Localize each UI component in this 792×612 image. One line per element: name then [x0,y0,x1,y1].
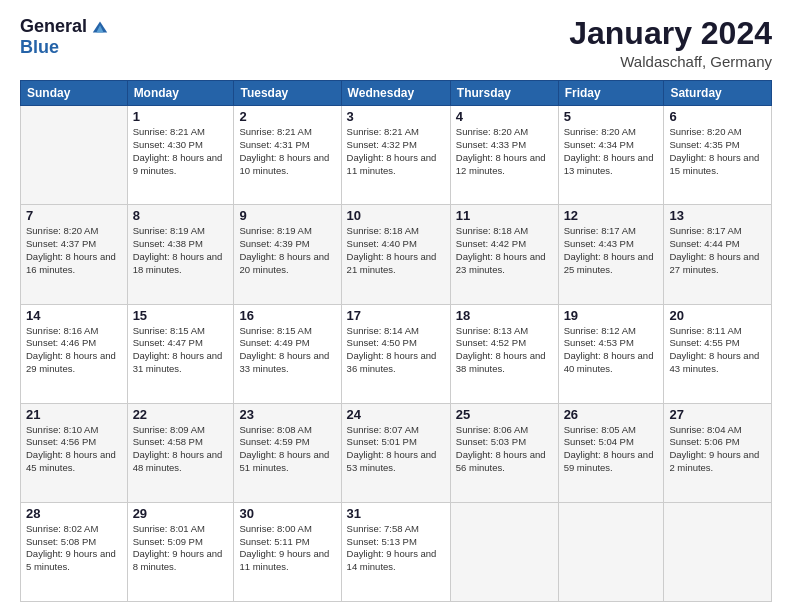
calendar-cell: 10Sunrise: 8:18 AMSunset: 4:40 PMDayligh… [341,205,450,304]
day-number: 13 [669,208,766,223]
day-number: 30 [239,506,335,521]
calendar-cell: 6Sunrise: 8:20 AMSunset: 4:35 PMDaylight… [664,106,772,205]
calendar-cell: 23Sunrise: 8:08 AMSunset: 4:59 PMDayligh… [234,403,341,502]
calendar-cell: 20Sunrise: 8:11 AMSunset: 4:55 PMDayligh… [664,304,772,403]
day-number: 3 [347,109,445,124]
logo-icon [91,18,109,36]
calendar-cell [21,106,128,205]
calendar-cell: 2Sunrise: 8:21 AMSunset: 4:31 PMDaylight… [234,106,341,205]
day-number: 20 [669,308,766,323]
day-info: Sunrise: 8:18 AMSunset: 4:40 PMDaylight:… [347,225,445,276]
day-number: 25 [456,407,553,422]
calendar-cell: 26Sunrise: 8:05 AMSunset: 5:04 PMDayligh… [558,403,664,502]
day-info: Sunrise: 8:00 AMSunset: 5:11 PMDaylight:… [239,523,335,574]
day-info: Sunrise: 8:18 AMSunset: 4:42 PMDaylight:… [456,225,553,276]
week-row-2: 7Sunrise: 8:20 AMSunset: 4:37 PMDaylight… [21,205,772,304]
day-number: 22 [133,407,229,422]
calendar-cell: 12Sunrise: 8:17 AMSunset: 4:43 PMDayligh… [558,205,664,304]
day-number: 8 [133,208,229,223]
page: General Blue January 2024 Waldaschaff, G… [0,0,792,612]
day-number: 12 [564,208,659,223]
calendar-cell [558,502,664,601]
day-number: 17 [347,308,445,323]
day-info: Sunrise: 8:07 AMSunset: 5:01 PMDaylight:… [347,424,445,475]
day-number: 2 [239,109,335,124]
calendar-cell: 5Sunrise: 8:20 AMSunset: 4:34 PMDaylight… [558,106,664,205]
calendar-cell: 29Sunrise: 8:01 AMSunset: 5:09 PMDayligh… [127,502,234,601]
col-sunday: Sunday [21,81,128,106]
day-info: Sunrise: 8:15 AMSunset: 4:47 PMDaylight:… [133,325,229,376]
day-number: 21 [26,407,122,422]
month-title: January 2024 [569,16,772,51]
day-info: Sunrise: 8:04 AMSunset: 5:06 PMDaylight:… [669,424,766,475]
day-number: 6 [669,109,766,124]
location-subtitle: Waldaschaff, Germany [569,53,772,70]
day-number: 7 [26,208,122,223]
day-info: Sunrise: 8:13 AMSunset: 4:52 PMDaylight:… [456,325,553,376]
day-number: 10 [347,208,445,223]
day-number: 4 [456,109,553,124]
calendar-cell: 4Sunrise: 8:20 AMSunset: 4:33 PMDaylight… [450,106,558,205]
day-info: Sunrise: 8:17 AMSunset: 4:44 PMDaylight:… [669,225,766,276]
day-info: Sunrise: 8:16 AMSunset: 4:46 PMDaylight:… [26,325,122,376]
logo: General Blue [20,16,109,58]
calendar-cell: 1Sunrise: 8:21 AMSunset: 4:30 PMDaylight… [127,106,234,205]
day-number: 28 [26,506,122,521]
day-number: 24 [347,407,445,422]
week-row-1: 1Sunrise: 8:21 AMSunset: 4:30 PMDaylight… [21,106,772,205]
calendar-cell: 14Sunrise: 8:16 AMSunset: 4:46 PMDayligh… [21,304,128,403]
title-block: January 2024 Waldaschaff, Germany [569,16,772,70]
calendar-cell: 24Sunrise: 8:07 AMSunset: 5:01 PMDayligh… [341,403,450,502]
calendar-cell: 13Sunrise: 8:17 AMSunset: 4:44 PMDayligh… [664,205,772,304]
day-info: Sunrise: 8:02 AMSunset: 5:08 PMDaylight:… [26,523,122,574]
calendar-cell: 15Sunrise: 8:15 AMSunset: 4:47 PMDayligh… [127,304,234,403]
day-number: 23 [239,407,335,422]
col-thursday: Thursday [450,81,558,106]
day-info: Sunrise: 8:15 AMSunset: 4:49 PMDaylight:… [239,325,335,376]
calendar-cell: 25Sunrise: 8:06 AMSunset: 5:03 PMDayligh… [450,403,558,502]
logo-general: General [20,16,87,37]
day-info: Sunrise: 8:12 AMSunset: 4:53 PMDaylight:… [564,325,659,376]
day-info: Sunrise: 8:05 AMSunset: 5:04 PMDaylight:… [564,424,659,475]
day-info: Sunrise: 8:08 AMSunset: 4:59 PMDaylight:… [239,424,335,475]
day-number: 5 [564,109,659,124]
calendar-cell: 31Sunrise: 7:58 AMSunset: 5:13 PMDayligh… [341,502,450,601]
header: General Blue January 2024 Waldaschaff, G… [20,16,772,70]
calendar-cell: 27Sunrise: 8:04 AMSunset: 5:06 PMDayligh… [664,403,772,502]
day-info: Sunrise: 8:19 AMSunset: 4:39 PMDaylight:… [239,225,335,276]
calendar-cell: 28Sunrise: 8:02 AMSunset: 5:08 PMDayligh… [21,502,128,601]
day-number: 18 [456,308,553,323]
day-info: Sunrise: 8:20 AMSunset: 4:33 PMDaylight:… [456,126,553,177]
col-wednesday: Wednesday [341,81,450,106]
calendar-cell: 16Sunrise: 8:15 AMSunset: 4:49 PMDayligh… [234,304,341,403]
week-row-4: 21Sunrise: 8:10 AMSunset: 4:56 PMDayligh… [21,403,772,502]
calendar-cell: 18Sunrise: 8:13 AMSunset: 4:52 PMDayligh… [450,304,558,403]
calendar-cell: 9Sunrise: 8:19 AMSunset: 4:39 PMDaylight… [234,205,341,304]
day-info: Sunrise: 8:20 AMSunset: 4:34 PMDaylight:… [564,126,659,177]
day-info: Sunrise: 8:21 AMSunset: 4:31 PMDaylight:… [239,126,335,177]
day-number: 16 [239,308,335,323]
week-row-5: 28Sunrise: 8:02 AMSunset: 5:08 PMDayligh… [21,502,772,601]
day-number: 14 [26,308,122,323]
col-tuesday: Tuesday [234,81,341,106]
calendar-cell [664,502,772,601]
day-info: Sunrise: 8:11 AMSunset: 4:55 PMDaylight:… [669,325,766,376]
calendar-table: Sunday Monday Tuesday Wednesday Thursday… [20,80,772,602]
day-info: Sunrise: 8:14 AMSunset: 4:50 PMDaylight:… [347,325,445,376]
week-row-3: 14Sunrise: 8:16 AMSunset: 4:46 PMDayligh… [21,304,772,403]
day-number: 19 [564,308,659,323]
day-info: Sunrise: 8:17 AMSunset: 4:43 PMDaylight:… [564,225,659,276]
day-number: 26 [564,407,659,422]
day-number: 15 [133,308,229,323]
day-info: Sunrise: 8:09 AMSunset: 4:58 PMDaylight:… [133,424,229,475]
day-info: Sunrise: 8:10 AMSunset: 4:56 PMDaylight:… [26,424,122,475]
day-number: 1 [133,109,229,124]
day-info: Sunrise: 8:20 AMSunset: 4:37 PMDaylight:… [26,225,122,276]
col-monday: Monday [127,81,234,106]
calendar-cell: 19Sunrise: 8:12 AMSunset: 4:53 PMDayligh… [558,304,664,403]
day-info: Sunrise: 8:21 AMSunset: 4:32 PMDaylight:… [347,126,445,177]
day-number: 31 [347,506,445,521]
calendar-cell: 3Sunrise: 8:21 AMSunset: 4:32 PMDaylight… [341,106,450,205]
col-friday: Friday [558,81,664,106]
day-info: Sunrise: 8:20 AMSunset: 4:35 PMDaylight:… [669,126,766,177]
